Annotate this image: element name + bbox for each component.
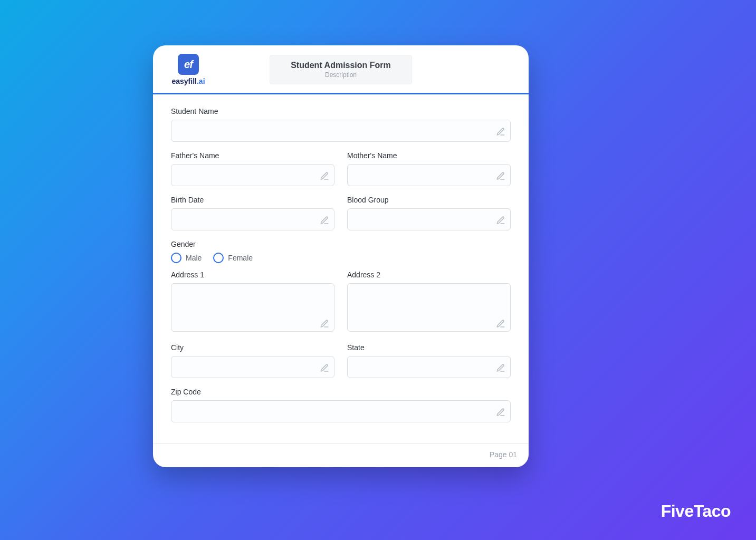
brand-logo: ef easyfill.ai bbox=[165, 54, 212, 85]
card-body: Student Name Father's Name Moth bbox=[153, 94, 529, 443]
edit-icon[interactable] bbox=[320, 319, 329, 329]
zip-code-input[interactable] bbox=[171, 400, 511, 422]
brand-name: easyfill.ai bbox=[171, 77, 205, 85]
form-title: Student Admission Form bbox=[290, 61, 391, 70]
brand-name-main: easyfill bbox=[171, 77, 196, 85]
field-birth-date: Birth Date bbox=[171, 196, 334, 230]
edit-icon[interactable] bbox=[496, 363, 505, 373]
form-title-pill[interactable]: Student Admission Form Description bbox=[270, 55, 412, 84]
edit-icon[interactable] bbox=[496, 408, 505, 417]
address2-input[interactable] bbox=[347, 283, 511, 332]
gender-option-female[interactable]: Female bbox=[213, 253, 253, 263]
label-fathers-name: Father's Name bbox=[171, 151, 334, 160]
student-name-input[interactable] bbox=[171, 120, 511, 142]
input-wrap bbox=[171, 164, 334, 186]
label-student-name: Student Name bbox=[171, 107, 511, 115]
address1-input[interactable] bbox=[171, 283, 334, 332]
gender-option-male[interactable]: Male bbox=[171, 253, 202, 263]
radio-icon bbox=[213, 253, 224, 263]
page-number: Page 01 bbox=[490, 450, 517, 459]
state-input[interactable] bbox=[347, 356, 511, 378]
input-wrap bbox=[347, 164, 511, 186]
card-footer: Page 01 bbox=[153, 443, 529, 467]
mothers-name-input[interactable] bbox=[347, 164, 511, 186]
input-wrap bbox=[347, 356, 511, 378]
watermark: FiveTaco bbox=[661, 502, 731, 521]
edit-icon[interactable] bbox=[320, 171, 329, 181]
field-blood-group: Blood Group bbox=[347, 196, 511, 230]
input-wrap bbox=[171, 283, 334, 334]
radio-icon bbox=[171, 253, 181, 263]
input-wrap bbox=[171, 356, 334, 378]
label-gender: Gender bbox=[171, 240, 511, 248]
field-mothers-name: Mother's Name bbox=[347, 151, 511, 186]
field-gender: Gender Male Female bbox=[171, 240, 511, 263]
brand-icon: ef bbox=[178, 54, 199, 75]
label-birth-date: Birth Date bbox=[171, 196, 334, 204]
edit-icon[interactable] bbox=[320, 363, 329, 373]
edit-icon[interactable] bbox=[496, 127, 505, 137]
label-mothers-name: Mother's Name bbox=[347, 151, 511, 160]
brand-name-accent: .ai bbox=[197, 77, 205, 85]
form-subtitle: Description bbox=[290, 71, 391, 79]
gender-option-label: Female bbox=[228, 254, 253, 262]
city-input[interactable] bbox=[171, 356, 334, 378]
field-city: City bbox=[171, 343, 334, 378]
input-wrap bbox=[347, 208, 511, 230]
card-header: ef easyfill.ai Student Admission Form De… bbox=[153, 45, 529, 94]
form-card: ef easyfill.ai Student Admission Form De… bbox=[153, 45, 529, 467]
blood-group-input[interactable] bbox=[347, 208, 511, 230]
field-student-name: Student Name bbox=[171, 107, 511, 142]
fathers-name-input[interactable] bbox=[171, 164, 334, 186]
field-state: State bbox=[347, 343, 511, 378]
label-address2: Address 2 bbox=[347, 271, 511, 279]
edit-icon[interactable] bbox=[496, 319, 505, 329]
edit-icon[interactable] bbox=[496, 216, 505, 225]
edit-icon[interactable] bbox=[496, 171, 505, 181]
input-wrap bbox=[171, 120, 511, 142]
label-address1: Address 1 bbox=[171, 271, 334, 279]
field-address2: Address 2 bbox=[347, 271, 511, 334]
input-wrap bbox=[171, 400, 511, 422]
label-blood-group: Blood Group bbox=[347, 196, 511, 204]
label-city: City bbox=[171, 343, 334, 352]
birth-date-input[interactable] bbox=[171, 208, 334, 230]
field-address1: Address 1 bbox=[171, 271, 334, 334]
input-wrap bbox=[171, 208, 334, 230]
gender-radio-row: Male Female bbox=[171, 253, 511, 263]
label-state: State bbox=[347, 343, 511, 352]
input-wrap bbox=[347, 283, 511, 334]
gender-option-label: Male bbox=[186, 254, 202, 262]
label-zip-code: Zip Code bbox=[171, 388, 511, 396]
edit-icon[interactable] bbox=[320, 216, 329, 225]
field-fathers-name: Father's Name bbox=[171, 151, 334, 186]
field-zip-code: Zip Code bbox=[171, 388, 511, 422]
